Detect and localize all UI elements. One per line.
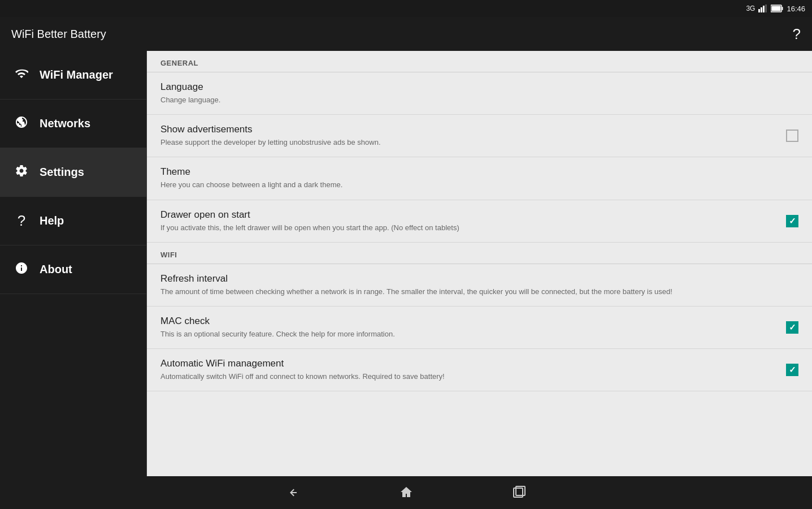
sidebar-item-about[interactable]: About — [0, 245, 146, 294]
setting-desc-language: Change language. — [160, 95, 787, 105]
setting-control-automatic-wifi-management[interactable] — [786, 364, 798, 376]
section-header-wifi: WIFI — [147, 243, 812, 264]
setting-title-drawer-open-on-start: Drawer open on start — [160, 209, 775, 221]
setting-desc-drawer-open-on-start: If you activate this, the left drawer wi… — [160, 223, 775, 233]
checkbox-drawer-open-on-start[interactable] — [786, 215, 798, 227]
setting-text-drawer-open-on-start: Drawer open on start If you activate thi… — [160, 209, 786, 233]
svg-rect-2 — [763, 6, 765, 12]
svg-rect-0 — [758, 9, 760, 12]
setting-title-refresh-interval: Refresh interval — [160, 273, 787, 284]
main-area: WiFi Manager Networks Settings ? Help — [0, 51, 812, 476]
setting-text-language: Language Change language. — [160, 81, 798, 105]
sidebar-label-help: Help — [40, 214, 64, 227]
globe-icon — [14, 115, 29, 132]
setting-row-refresh-interval[interactable]: Refresh interval The amount of time betw… — [147, 264, 812, 307]
info-icon — [14, 261, 29, 278]
setting-text-refresh-interval: Refresh interval The amount of time betw… — [160, 273, 798, 297]
help-button[interactable]: ? — [793, 25, 801, 43]
sidebar-label-about: About — [40, 263, 72, 276]
checkbox-automatic-wifi-management[interactable] — [786, 364, 798, 376]
setting-title-show-advertisements: Show advertisements — [160, 124, 775, 135]
setting-row-language[interactable]: Language Change language. — [147, 72, 812, 115]
battery-icon — [771, 5, 783, 12]
status-bar-right: 3G 16:46 — [746, 5, 805, 13]
setting-title-theme: Theme — [160, 166, 787, 178]
setting-title-mac-check: MAC check — [160, 316, 775, 327]
setting-desc-show-advertisements: Please support the developer by letting … — [160, 137, 775, 148]
setting-control-drawer-open-on-start[interactable] — [786, 215, 798, 227]
setting-control-mac-check[interactable] — [786, 321, 798, 334]
section-header-general: GENERAL — [147, 51, 812, 72]
wifi-icon — [14, 67, 29, 84]
back-button[interactable] — [282, 481, 305, 504]
svg-rect-1 — [761, 7, 762, 12]
setting-text-automatic-wifi-management: Automatic WiFi management Automatically … — [160, 358, 786, 382]
sidebar-item-settings[interactable]: Settings — [0, 148, 146, 197]
setting-row-automatic-wifi-management[interactable]: Automatic WiFi management Automatically … — [147, 349, 812, 391]
bottom-nav — [0, 476, 812, 509]
setting-control-show-advertisements[interactable] — [786, 130, 798, 142]
sidebar: WiFi Manager Networks Settings ? Help — [0, 51, 147, 476]
sidebar-label-networks: Networks — [40, 117, 90, 130]
recent-apps-button[interactable] — [508, 481, 531, 504]
setting-title-language: Language — [160, 81, 787, 93]
content-panel: GENERAL Language Change language. Show a… — [147, 51, 812, 476]
setting-desc-mac-check: This is an optional security feature. Ch… — [160, 329, 775, 339]
setting-row-theme[interactable]: Theme Here you can choose between a ligh… — [147, 157, 812, 200]
setting-title-automatic-wifi-management: Automatic WiFi management — [160, 358, 775, 369]
setting-desc-automatic-wifi-management: Automatically switch WiFi off and connec… — [160, 372, 775, 382]
status-bar: 3G 16:46 — [0, 0, 812, 17]
clock: 16:46 — [787, 5, 805, 13]
svg-rect-6 — [772, 6, 781, 11]
svg-rect-5 — [782, 7, 783, 10]
signal-bars-icon — [758, 5, 767, 12]
setting-text-theme: Theme Here you can choose between a ligh… — [160, 166, 798, 190]
gear-icon — [14, 164, 29, 181]
checkbox-mac-check[interactable] — [786, 321, 798, 334]
question-icon: ? — [14, 212, 29, 230]
checkbox-show-advertisements[interactable] — [786, 130, 798, 142]
signal-indicator: 3G — [746, 5, 755, 12]
sidebar-item-help[interactable]: ? Help — [0, 197, 146, 245]
sidebar-item-wifi-manager[interactable]: WiFi Manager — [0, 51, 146, 100]
setting-row-drawer-open-on-start[interactable]: Drawer open on start If you activate thi… — [147, 200, 812, 243]
setting-text-show-advertisements: Show advertisements Please support the d… — [160, 124, 786, 148]
setting-desc-refresh-interval: The amount of time between checking whet… — [160, 287, 787, 297]
sidebar-label-wifi-manager: WiFi Manager — [40, 68, 113, 81]
app-bar: WiFi Better Battery ? — [0, 17, 812, 51]
setting-text-mac-check: MAC check This is an optional security f… — [160, 316, 786, 339]
svg-rect-3 — [765, 5, 767, 12]
app-title: WiFi Better Battery — [11, 28, 106, 41]
home-button[interactable] — [395, 481, 418, 504]
sidebar-label-settings: Settings — [40, 166, 84, 179]
setting-row-show-advertisements[interactable]: Show advertisements Please support the d… — [147, 115, 812, 157]
sidebar-item-networks[interactable]: Networks — [0, 100, 146, 148]
setting-row-mac-check[interactable]: MAC check This is an optional security f… — [147, 307, 812, 349]
setting-desc-theme: Here you can choose between a light and … — [160, 180, 787, 190]
